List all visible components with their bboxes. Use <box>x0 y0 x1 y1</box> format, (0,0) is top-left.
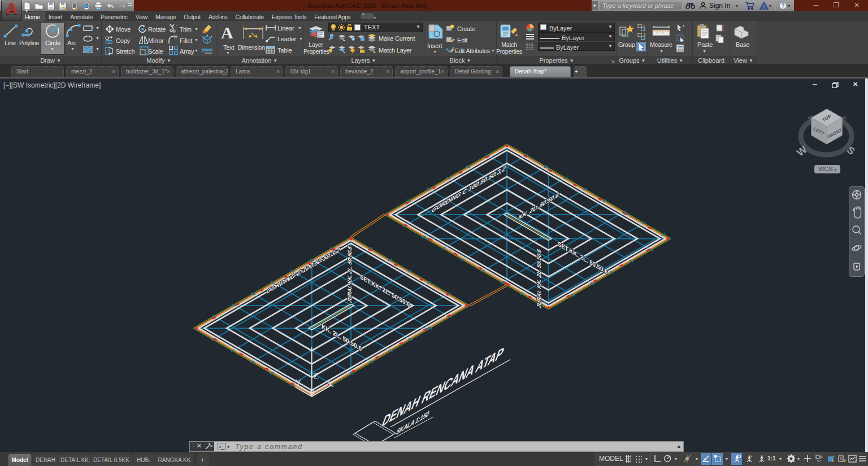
svg-text:DENAH RENCANA ATAP: DENAH RENCANA ATAP <box>380 343 506 430</box>
svg-text:GORDING C 100.50.50.3,2: GORDING C 100.50.50.3,2 <box>431 163 507 214</box>
svg-text:JURAI. KK. 2L. 50.50.6: JURAI. KK. 2L. 50.50.6 <box>536 247 542 310</box>
svg-text:Z: Z <box>314 371 319 380</box>
svg-text:?: ? <box>781 3 784 9</box>
svg-text:B: B <box>840 457 843 461</box>
svg-text:Y: Y <box>296 377 301 387</box>
svg-text:JURAI. KK. 2L. 50.50.6: JURAI. KK. 2L. 50.50.6 <box>347 245 353 304</box>
svg-text:X: X <box>328 379 333 389</box>
